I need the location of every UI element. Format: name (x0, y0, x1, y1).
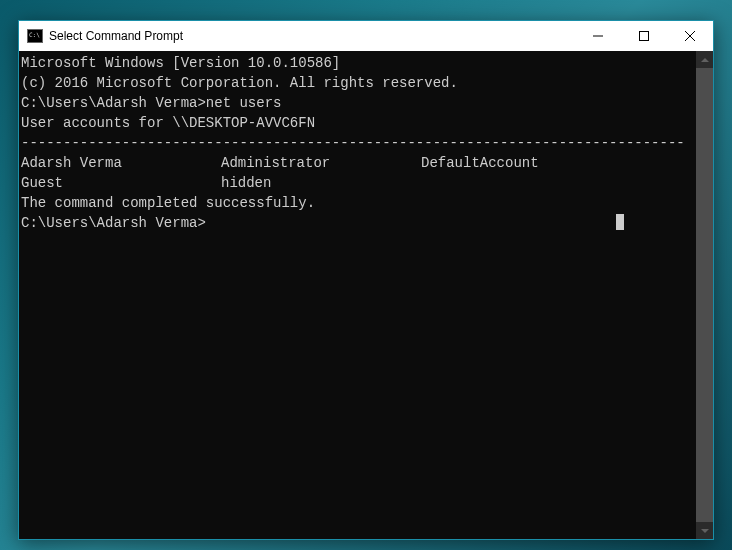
output-line: (c) 2016 Microsoft Corporation. All righ… (21, 73, 694, 93)
terminal-body: Microsoft Windows [Version 10.0.10586](c… (19, 51, 713, 539)
prompt-path: C:\Users\Adarsh Verma> (21, 215, 206, 231)
user-cell: Guest (21, 173, 221, 193)
close-icon (685, 31, 695, 41)
minimize-icon (593, 31, 603, 41)
output-line: The command completed successfully. (21, 193, 694, 213)
user-cell: Administrator (221, 153, 421, 173)
command-text: net users (206, 95, 282, 111)
user-row: Guesthidden (21, 173, 694, 193)
maximize-button[interactable] (621, 21, 667, 51)
output-line: Microsoft Windows [Version 10.0.10586] (21, 53, 694, 73)
titlebar[interactable]: Select Command Prompt (19, 21, 713, 51)
terminal-content[interactable]: Microsoft Windows [Version 10.0.10586](c… (19, 51, 696, 539)
chevron-down-icon (701, 529, 709, 533)
user-cell: DefaultAccount (421, 153, 621, 173)
chevron-up-icon (701, 58, 709, 62)
user-cell: hidden (221, 173, 421, 193)
prompt-path: C:\Users\Adarsh Verma> (21, 95, 206, 111)
minimize-button[interactable] (575, 21, 621, 51)
user-row: Adarsh VermaAdministratorDefaultAccount (21, 153, 694, 173)
close-button[interactable] (667, 21, 713, 51)
prompt-line: C:\Users\Adarsh Verma>net users (21, 93, 694, 113)
window-controls (575, 21, 713, 51)
window-title: Select Command Prompt (49, 29, 575, 43)
command-prompt-window: Select Command Prompt Microsoft Windows … (18, 20, 714, 540)
cmd-icon (27, 29, 43, 43)
user-cell: Adarsh Verma (21, 153, 221, 173)
scroll-thumb[interactable] (696, 68, 713, 522)
prompt-line: C:\Users\Adarsh Verma> (21, 213, 694, 233)
output-line: User accounts for \\DESKTOP-AVVC6FN (21, 113, 694, 133)
maximize-icon (639, 31, 649, 41)
cursor (616, 214, 624, 230)
scrollbar[interactable] (696, 51, 713, 539)
scroll-track[interactable] (696, 68, 713, 522)
scroll-up-button[interactable] (696, 51, 713, 68)
separator-line: ----------------------------------------… (21, 133, 694, 153)
scroll-down-button[interactable] (696, 522, 713, 539)
svg-rect-1 (640, 32, 649, 41)
user-cell (421, 173, 621, 193)
